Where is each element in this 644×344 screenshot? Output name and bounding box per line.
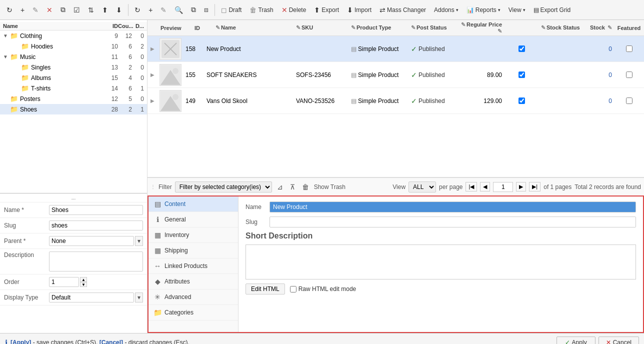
expand-icon-music[interactable]: ▼ (3, 54, 10, 60)
featured-cb-158[interactable] (626, 46, 632, 52)
reports-btn[interactable]: 📊 Reports ▾ (463, 5, 504, 15)
tree-label-albums: Albums (31, 74, 103, 82)
edit-name-row: Name (246, 202, 636, 212)
refresh-right-btn[interactable]: ↻ (131, 4, 144, 16)
view-select[interactable]: ALL 10 25 50 100 (408, 182, 436, 192)
filter-trash-icon-btn[interactable]: 🗑 (300, 182, 311, 192)
svg-point-5 (172, 68, 178, 74)
edit-nav-icon-inventory: ▦ (154, 231, 162, 239)
tree-label-tshirts: T-shirts (31, 85, 103, 92)
apply-btn[interactable]: ✓ Apply (556, 336, 596, 344)
tree-item-singles[interactable]: 📁 Singles 13 2 0 (0, 62, 147, 72)
price-edit-icon[interactable]: ✎ (498, 28, 502, 34)
name-sort-icon[interactable]: ✎ (216, 24, 220, 30)
stockqty-edit-icon[interactable]: ✎ (608, 24, 612, 30)
tree-item-music[interactable]: ▼ 📁 Music 11 6 0 (0, 52, 147, 62)
add-left-btn[interactable]: + (17, 4, 28, 16)
grid-row-149[interactable]: ▶ 149 Vans Old Skool VANO-253526 ▤Simple… (148, 88, 644, 114)
import-left-btn[interactable]: ⬇ (112, 4, 126, 16)
edit-slug-input[interactable] (270, 216, 636, 228)
export-btn[interactable]: ⬆ Export (310, 4, 342, 16)
prop-slug-input[interactable] (49, 220, 143, 230)
edit-nav-icon-shipping: ▦ (154, 246, 162, 254)
edit-nav-item-categories[interactable]: 📁 Categories (148, 305, 238, 320)
edit-nav-item-attributes[interactable]: ◆ Attributes (148, 274, 238, 290)
filter-funnel-btn[interactable]: ⊿ (275, 182, 285, 192)
edit-nav-item-content[interactable]: ▤ Content (148, 196, 238, 212)
grid-row-155[interactable]: ▶ 155 SOFT SNEAKERS SOFS-23456 ▤Simple P… (148, 62, 644, 88)
edit-name-input[interactable] (270, 202, 636, 212)
instock-cb-158[interactable] (518, 46, 525, 52)
raw-html-checkbox[interactable] (290, 286, 296, 292)
last-page-btn[interactable]: ▶| (529, 182, 540, 192)
edit-html-btn[interactable]: Edit HTML (246, 284, 285, 294)
edit-nav-item-linked[interactable]: ↔ Linked Products (148, 258, 238, 274)
copy-right-btn[interactable]: ⧉ (188, 4, 200, 16)
view-btn[interactable]: View ▾ (505, 5, 529, 15)
page-input[interactable] (493, 182, 513, 192)
cancel-btn[interactable]: ✕ Cancel (598, 336, 639, 344)
next-page-btn[interactable]: ▶ (516, 182, 526, 192)
delete-btn[interactable]: ✕ Delete (278, 4, 310, 16)
import-btn[interactable]: ⬇ Import (344, 4, 375, 16)
copy2-right-btn[interactable]: ⧇ (200, 4, 212, 16)
edit-nav-item-advanced[interactable]: ✳ Advanced (148, 290, 238, 305)
tree-item-posters[interactable]: 📁 Posters 12 5 0 (0, 94, 147, 104)
order-up-btn[interactable]: ▲ (80, 277, 87, 282)
status-sort-icon[interactable]: ✎ (411, 24, 416, 30)
arrows-left-btn[interactable]: ⇅ (84, 4, 98, 16)
price-sort-icon[interactable]: ✎ (461, 22, 466, 28)
prop-displaytype-input[interactable] (49, 292, 134, 302)
tree-count-shoes: 2 (118, 106, 132, 113)
edit-nav-item-shipping[interactable]: ▦ Shipping (148, 243, 238, 258)
first-page-btn[interactable]: |◀ (466, 182, 477, 192)
tree-item-tshirts[interactable]: 📁 T-shirts 14 6 1 (0, 83, 147, 94)
prop-parent-input[interactable] (49, 236, 134, 246)
tree-item-albums[interactable]: 📁 Albums 15 4 0 (0, 72, 147, 83)
id-cell-158: 158 (184, 46, 204, 52)
props-toggle[interactable]: ... (0, 194, 147, 202)
parent-dropdown-icon[interactable]: ▾ (135, 236, 143, 246)
publish-left-btn[interactable]: ☑ (70, 4, 84, 16)
edit-nav-icon-general: ℹ (154, 216, 162, 224)
edit-right-btn[interactable]: ✎ (157, 4, 170, 16)
filter-clear-btn[interactable]: ⊼ (288, 182, 297, 192)
edit-nav-item-general[interactable]: ℹ General (148, 212, 238, 228)
edit-nav-item-inventory[interactable]: ▦ Inventory (148, 228, 238, 243)
stockst-sort-icon[interactable]: ✎ (541, 24, 546, 30)
tree-item-shoes[interactable]: 📁 Shoes 28 2 1 (0, 104, 147, 114)
filter-select[interactable]: Filter by selected category(ies) All pro… (175, 182, 272, 192)
raw-html-label[interactable]: Raw HTML edit mode (290, 286, 356, 292)
prop-order-input[interactable] (49, 277, 79, 287)
export-left-btn[interactable]: ⬆ (98, 4, 112, 16)
refresh-left-btn[interactable]: ↻ (3, 4, 16, 16)
edit-left-btn[interactable]: ✎ (29, 4, 42, 16)
order-spinner[interactable]: ▲ ▼ (80, 277, 87, 287)
expand-icon-clothing[interactable]: ▼ (3, 33, 10, 38)
tree-item-clothing[interactable]: ▼ 📁 Clothing 9 12 0 (0, 30, 147, 41)
featured-cb-149[interactable] (626, 98, 632, 104)
exportgrid-btn[interactable]: ▤ Export Grid (530, 5, 574, 15)
type-sort-icon[interactable]: ✎ (351, 24, 356, 30)
duplicate-left-btn[interactable]: ⧉ (57, 4, 69, 16)
action-bar: ℹ [Apply] - save changes (Ctrl+S), [Canc… (0, 333, 644, 344)
instock-cb-155[interactable] (518, 72, 525, 78)
trash-btn[interactable]: 🗑 Trash (246, 4, 276, 16)
tree-item-hoodies[interactable]: 📁 Hoodies 10 6 2 (0, 41, 147, 52)
masschanger-btn[interactable]: ⇄ Mass Changer (376, 4, 430, 16)
prop-name-input[interactable] (49, 205, 143, 215)
short-desc-editor[interactable] (246, 244, 636, 280)
search-right-btn[interactable]: 🔍 (171, 4, 186, 16)
addons-btn[interactable]: Addons ▾ (430, 5, 462, 15)
displaytype-dropdown-icon[interactable]: ▾ (135, 292, 143, 302)
grid-row-158[interactable]: ▶ 158 New Product ▤Simple Product ✓ Publ… (148, 36, 644, 62)
prop-desc-textarea[interactable] (49, 252, 143, 272)
delete-left-btn[interactable]: ✕ (43, 4, 56, 16)
prev-page-btn[interactable]: ◀ (480, 182, 490, 192)
add-right-btn[interactable]: + (145, 4, 156, 16)
draft-btn[interactable]: ◻ Draft (218, 4, 245, 16)
order-down-btn[interactable]: ▼ (80, 282, 87, 287)
instock-cb-149[interactable] (518, 98, 525, 104)
sku-sort-icon[interactable]: ✎ (296, 24, 300, 30)
featured-cb-155[interactable] (626, 72, 632, 78)
